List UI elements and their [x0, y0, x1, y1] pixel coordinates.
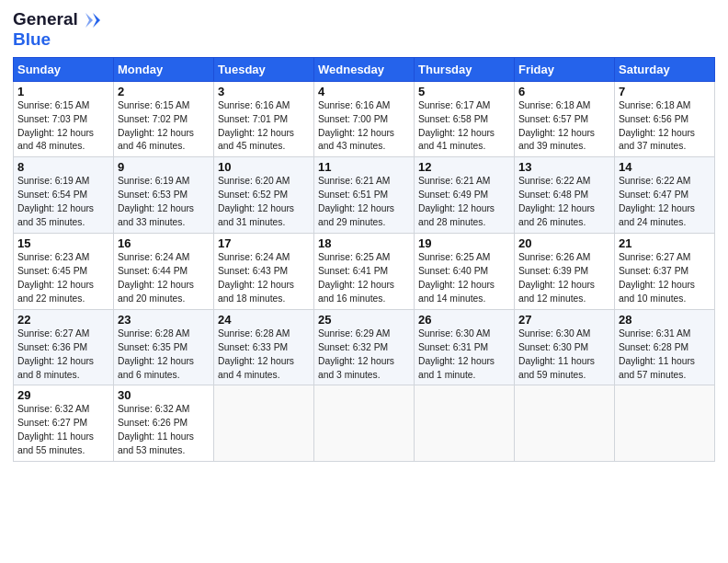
- column-header-friday: Friday: [515, 57, 615, 81]
- week-row-2: 8Sunrise: 6:19 AM Sunset: 6:54 PM Daylig…: [14, 157, 715, 234]
- day-number: 21: [619, 236, 711, 250]
- calendar-cell: 5Sunrise: 6:17 AM Sunset: 6:58 PM Daylig…: [415, 81, 515, 157]
- calendar-cell: 24Sunrise: 6:28 AM Sunset: 6:33 PM Dayli…: [214, 309, 314, 385]
- calendar-cell: [615, 385, 715, 462]
- column-header-thursday: Thursday: [415, 57, 515, 81]
- day-number: 6: [518, 85, 610, 98]
- day-number: 4: [318, 85, 410, 98]
- cell-info: Sunrise: 6:19 AM Sunset: 6:54 PM Dayligh…: [17, 175, 109, 230]
- day-number: 3: [218, 85, 310, 98]
- calendar-cell: 14Sunrise: 6:22 AM Sunset: 6:47 PM Dayli…: [615, 157, 715, 234]
- calendar-header-row: SundayMondayTuesdayWednesdayThursdayFrid…: [14, 57, 715, 81]
- day-number: 28: [619, 313, 711, 327]
- cell-info: Sunrise: 6:24 AM Sunset: 6:44 PM Dayligh…: [118, 251, 210, 306]
- cell-info: Sunrise: 6:15 AM Sunset: 7:03 PM Dayligh…: [17, 99, 109, 155]
- day-number: 13: [518, 160, 610, 174]
- calendar-cell: 10Sunrise: 6:20 AM Sunset: 6:52 PM Dayli…: [214, 157, 314, 234]
- calendar-cell: 19Sunrise: 6:25 AM Sunset: 6:40 PM Dayli…: [415, 234, 515, 310]
- day-number: 26: [418, 313, 510, 327]
- calendar-cell: 20Sunrise: 6:26 AM Sunset: 6:39 PM Dayli…: [515, 234, 615, 310]
- logo-line2: Blue: [13, 29, 100, 50]
- calendar-cell: 1Sunrise: 6:15 AM Sunset: 7:03 PM Daylig…: [14, 81, 114, 157]
- logo-line1: General: [13, 9, 100, 29]
- cell-info: Sunrise: 6:22 AM Sunset: 6:47 PM Dayligh…: [619, 175, 711, 230]
- day-number: 24: [218, 313, 310, 327]
- column-header-saturday: Saturday: [615, 57, 715, 81]
- logo: General Blue: [13, 9, 100, 50]
- calendar-cell: 28Sunrise: 6:31 AM Sunset: 6:28 PM Dayli…: [615, 309, 715, 385]
- cell-info: Sunrise: 6:25 AM Sunset: 6:41 PM Dayligh…: [318, 251, 410, 306]
- day-number: 30: [118, 388, 210, 402]
- calendar-cell: 25Sunrise: 6:29 AM Sunset: 6:32 PM Dayli…: [314, 309, 415, 385]
- cell-info: Sunrise: 6:21 AM Sunset: 6:49 PM Dayligh…: [418, 175, 510, 230]
- cell-info: Sunrise: 6:22 AM Sunset: 6:48 PM Dayligh…: [518, 175, 610, 230]
- cell-info: Sunrise: 6:27 AM Sunset: 6:37 PM Dayligh…: [619, 251, 711, 306]
- day-number: 1: [17, 85, 109, 98]
- cell-info: Sunrise: 6:23 AM Sunset: 6:45 PM Dayligh…: [17, 251, 109, 306]
- day-number: 22: [17, 313, 109, 327]
- day-number: 29: [17, 388, 109, 402]
- page-container: General Blue SundayMondayTuesdayWednesda…: [0, 0, 728, 563]
- calendar-cell: 6Sunrise: 6:18 AM Sunset: 6:57 PM Daylig…: [515, 81, 615, 157]
- cell-info: Sunrise: 6:30 AM Sunset: 6:30 PM Dayligh…: [518, 327, 610, 383]
- cell-info: Sunrise: 6:28 AM Sunset: 6:35 PM Dayligh…: [118, 327, 210, 383]
- day-number: 12: [418, 160, 510, 174]
- calendar-cell: 23Sunrise: 6:28 AM Sunset: 6:35 PM Dayli…: [114, 309, 214, 385]
- calendar-cell: [415, 385, 515, 462]
- week-row-4: 22Sunrise: 6:27 AM Sunset: 6:36 PM Dayli…: [14, 309, 715, 385]
- cell-info: Sunrise: 6:18 AM Sunset: 6:57 PM Dayligh…: [518, 99, 610, 155]
- day-number: 2: [118, 85, 210, 98]
- cell-info: Sunrise: 6:20 AM Sunset: 6:52 PM Dayligh…: [218, 175, 310, 230]
- day-number: 23: [118, 313, 210, 327]
- calendar-cell: 26Sunrise: 6:30 AM Sunset: 6:31 PM Dayli…: [415, 309, 515, 385]
- calendar-cell: 13Sunrise: 6:22 AM Sunset: 6:48 PM Dayli…: [515, 157, 615, 234]
- column-header-sunday: Sunday: [14, 57, 114, 81]
- cell-info: Sunrise: 6:25 AM Sunset: 6:40 PM Dayligh…: [418, 251, 510, 306]
- cell-info: Sunrise: 6:18 AM Sunset: 6:56 PM Dayligh…: [619, 99, 711, 155]
- calendar-cell: 9Sunrise: 6:19 AM Sunset: 6:53 PM Daylig…: [114, 157, 214, 234]
- column-header-monday: Monday: [114, 57, 214, 81]
- week-row-3: 15Sunrise: 6:23 AM Sunset: 6:45 PM Dayli…: [14, 234, 715, 310]
- calendar-cell: 2Sunrise: 6:15 AM Sunset: 7:02 PM Daylig…: [114, 81, 214, 157]
- day-number: 7: [619, 85, 711, 98]
- day-number: 16: [118, 236, 210, 250]
- day-number: 18: [318, 236, 410, 250]
- day-number: 19: [418, 236, 510, 250]
- calendar-cell: 4Sunrise: 6:16 AM Sunset: 7:00 PM Daylig…: [314, 81, 415, 157]
- cell-info: Sunrise: 6:21 AM Sunset: 6:51 PM Dayligh…: [318, 175, 410, 230]
- day-number: 27: [518, 313, 610, 327]
- svg-marker-0: [93, 13, 100, 28]
- calendar-cell: 7Sunrise: 6:18 AM Sunset: 6:56 PM Daylig…: [615, 81, 715, 157]
- cell-info: Sunrise: 6:29 AM Sunset: 6:32 PM Dayligh…: [318, 327, 410, 383]
- cell-info: Sunrise: 6:32 AM Sunset: 6:26 PM Dayligh…: [118, 403, 210, 458]
- page-header: General Blue: [13, 9, 715, 50]
- calendar-cell: 11Sunrise: 6:21 AM Sunset: 6:51 PM Dayli…: [314, 157, 415, 234]
- calendar-cell: 22Sunrise: 6:27 AM Sunset: 6:36 PM Dayli…: [14, 309, 114, 385]
- cell-info: Sunrise: 6:24 AM Sunset: 6:43 PM Dayligh…: [218, 251, 310, 306]
- cell-info: Sunrise: 6:28 AM Sunset: 6:33 PM Dayligh…: [218, 327, 310, 383]
- day-number: 10: [218, 160, 310, 174]
- calendar-cell: 29Sunrise: 6:32 AM Sunset: 6:27 PM Dayli…: [14, 385, 114, 462]
- calendar-cell: 21Sunrise: 6:27 AM Sunset: 6:37 PM Dayli…: [615, 234, 715, 310]
- cell-info: Sunrise: 6:19 AM Sunset: 6:53 PM Dayligh…: [118, 175, 210, 230]
- day-number: 5: [418, 85, 510, 98]
- calendar-cell: [515, 385, 615, 462]
- week-row-5: 29Sunrise: 6:32 AM Sunset: 6:27 PM Dayli…: [14, 385, 715, 462]
- day-number: 14: [619, 160, 711, 174]
- cell-info: Sunrise: 6:32 AM Sunset: 6:27 PM Dayligh…: [17, 403, 109, 458]
- day-number: 8: [17, 160, 109, 174]
- svg-marker-1: [85, 13, 93, 28]
- calendar-cell: 16Sunrise: 6:24 AM Sunset: 6:44 PM Dayli…: [114, 234, 214, 310]
- week-row-1: 1Sunrise: 6:15 AM Sunset: 7:03 PM Daylig…: [14, 81, 715, 157]
- column-header-wednesday: Wednesday: [314, 57, 415, 81]
- cell-info: Sunrise: 6:17 AM Sunset: 6:58 PM Dayligh…: [418, 99, 510, 155]
- cell-info: Sunrise: 6:15 AM Sunset: 7:02 PM Dayligh…: [118, 99, 210, 155]
- cell-info: Sunrise: 6:16 AM Sunset: 7:00 PM Dayligh…: [318, 99, 410, 155]
- cell-info: Sunrise: 6:31 AM Sunset: 6:28 PM Dayligh…: [619, 327, 711, 383]
- calendar-cell: 18Sunrise: 6:25 AM Sunset: 6:41 PM Dayli…: [314, 234, 415, 310]
- cell-info: Sunrise: 6:30 AM Sunset: 6:31 PM Dayligh…: [418, 327, 510, 383]
- calendar-cell: 17Sunrise: 6:24 AM Sunset: 6:43 PM Dayli…: [214, 234, 314, 310]
- calendar-cell: 30Sunrise: 6:32 AM Sunset: 6:26 PM Dayli…: [114, 385, 214, 462]
- day-number: 11: [318, 160, 410, 174]
- calendar-cell: 3Sunrise: 6:16 AM Sunset: 7:01 PM Daylig…: [214, 81, 314, 157]
